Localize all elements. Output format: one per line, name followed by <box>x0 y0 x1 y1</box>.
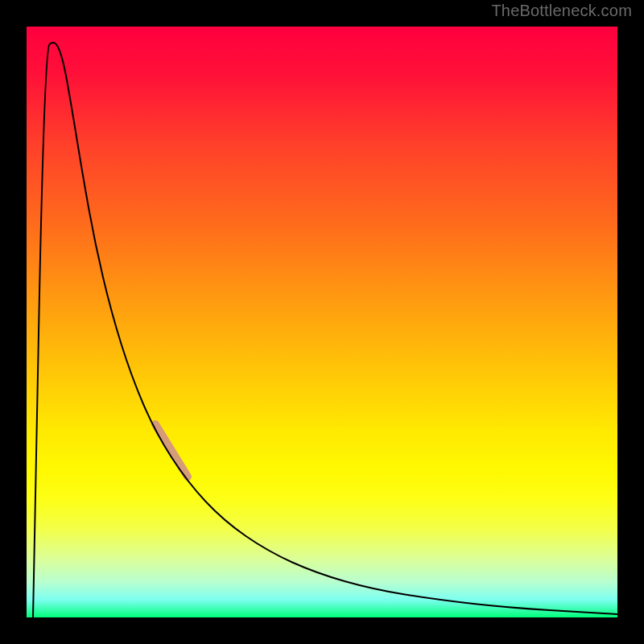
curve-highlight <box>155 424 188 477</box>
chart-container: TheBottleneck.com <box>0 0 644 644</box>
bottleneck-curve <box>33 43 617 617</box>
attribution-text: TheBottleneck.com <box>491 2 632 20</box>
chart-svg <box>27 27 617 617</box>
